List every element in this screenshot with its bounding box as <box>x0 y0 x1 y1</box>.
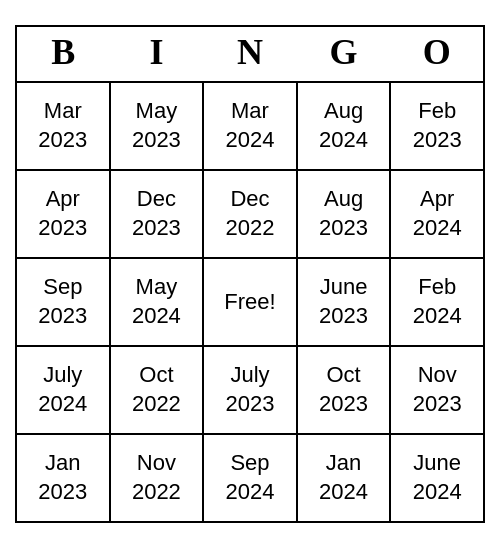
cell-month: Jan <box>326 450 361 475</box>
grid-cell-2-4: Feb2024 <box>390 258 484 346</box>
grid-cell-2-1: May2024 <box>110 258 204 346</box>
header-cell-g: G <box>297 26 391 82</box>
grid-cell-3-1: Oct2022 <box>110 346 204 434</box>
cell-year: 2023 <box>132 127 181 152</box>
cell-year: 2024 <box>413 303 462 328</box>
grid-row-2: Sep2023May2024Free!June2023Feb2024 <box>16 258 484 346</box>
grid-row-0: Mar2023May2023Mar2024Aug2024Feb2023 <box>16 82 484 170</box>
grid-cell-1-3: Aug2023 <box>297 170 391 258</box>
grid-cell-1-1: Dec2023 <box>110 170 204 258</box>
grid-cell-1-4: Apr2024 <box>390 170 484 258</box>
grid-row-4: Jan2023Nov2022Sep2024Jan2024June2024 <box>16 434 484 522</box>
grid-cell-0-3: Aug2024 <box>297 82 391 170</box>
cell-month: Nov <box>418 362 457 387</box>
cell-year: 2022 <box>226 215 275 240</box>
header-cell-o: O <box>390 26 484 82</box>
cell-year: 2024 <box>319 127 368 152</box>
grid-cell-4-4: June2024 <box>390 434 484 522</box>
header-cell-n: N <box>203 26 297 82</box>
cell-month: July <box>230 362 269 387</box>
grid-cell-3-3: Oct2023 <box>297 346 391 434</box>
cell-month: May <box>136 274 178 299</box>
grid-row-1: Apr2023Dec2023Dec2022Aug2023Apr2024 <box>16 170 484 258</box>
grid-cell-4-2: Sep2024 <box>203 434 297 522</box>
cell-year: 2023 <box>38 479 87 504</box>
header-cell-b: B <box>16 26 110 82</box>
cell-year: 2023 <box>38 127 87 152</box>
cell-month: Apr <box>46 186 80 211</box>
grid-cell-2-2: Free! <box>203 258 297 346</box>
cell-year: 2024 <box>38 391 87 416</box>
cell-month: Nov <box>137 450 176 475</box>
grid-cell-3-0: July2024 <box>16 346 110 434</box>
cell-month: June <box>320 274 368 299</box>
cell-year: 2023 <box>413 127 462 152</box>
cell-month: Mar <box>44 98 82 123</box>
cell-year: 2023 <box>226 391 275 416</box>
grid-cell-4-1: Nov2022 <box>110 434 204 522</box>
free-label: Free! <box>224 289 275 314</box>
cell-year: 2023 <box>319 391 368 416</box>
cell-year: 2024 <box>413 215 462 240</box>
grid-cell-1-0: Apr2023 <box>16 170 110 258</box>
cell-month: Apr <box>420 186 454 211</box>
cell-month: May <box>136 98 178 123</box>
cell-month: Oct <box>326 362 360 387</box>
cell-year: 2023 <box>38 215 87 240</box>
cell-month: July <box>43 362 82 387</box>
grid-cell-2-3: June2023 <box>297 258 391 346</box>
cell-month: June <box>413 450 461 475</box>
cell-year: 2023 <box>132 215 181 240</box>
cell-year: 2023 <box>413 391 462 416</box>
cell-year: 2024 <box>132 303 181 328</box>
bingo-grid: BINGO Mar2023May2023Mar2024Aug2024Feb202… <box>15 25 485 523</box>
cell-year: 2023 <box>38 303 87 328</box>
cell-year: 2024 <box>226 479 275 504</box>
cell-month: Aug <box>324 98 363 123</box>
grid-cell-2-0: Sep2023 <box>16 258 110 346</box>
cell-month: Oct <box>139 362 173 387</box>
grid-cell-4-3: Jan2024 <box>297 434 391 522</box>
grid-cell-0-0: Mar2023 <box>16 82 110 170</box>
cell-month: Jan <box>45 450 80 475</box>
grid-row-3: July2024Oct2022July2023Oct2023Nov2023 <box>16 346 484 434</box>
header-cell-i: I <box>110 26 204 82</box>
cell-year: 2023 <box>319 215 368 240</box>
grid-cell-1-2: Dec2022 <box>203 170 297 258</box>
grid-cell-4-0: Jan2023 <box>16 434 110 522</box>
grid-cell-0-1: May2023 <box>110 82 204 170</box>
grid-cell-0-2: Mar2024 <box>203 82 297 170</box>
bingo-card: BINGO Mar2023May2023Mar2024Aug2024Feb202… <box>15 21 485 523</box>
cell-year: 2024 <box>319 479 368 504</box>
cell-year: 2022 <box>132 391 181 416</box>
cell-month: Feb <box>418 274 456 299</box>
grid-cell-3-4: Nov2023 <box>390 346 484 434</box>
cell-month: Sep <box>230 450 269 475</box>
cell-month: Feb <box>418 98 456 123</box>
cell-month: Aug <box>324 186 363 211</box>
cell-year: 2022 <box>132 479 181 504</box>
cell-month: Dec <box>137 186 176 211</box>
cell-year: 2024 <box>226 127 275 152</box>
cell-year: 2023 <box>319 303 368 328</box>
cell-month: Dec <box>230 186 269 211</box>
cell-year: 2024 <box>413 479 462 504</box>
grid-cell-3-2: July2023 <box>203 346 297 434</box>
cell-month: Mar <box>231 98 269 123</box>
grid-cell-0-4: Feb2023 <box>390 82 484 170</box>
cell-month: Sep <box>43 274 82 299</box>
